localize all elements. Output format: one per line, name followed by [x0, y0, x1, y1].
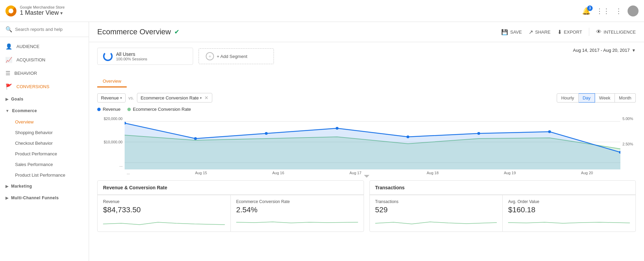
stats-cards-transactions: Transactions 529 Avg. Order Value $160.1…	[370, 195, 636, 232]
y-label-top: $20,000.00	[97, 117, 123, 121]
multichannel-expand-icon: ▶	[5, 196, 9, 200]
date-range-bar: Aug 14, 2017 - Aug 20, 2017 ▼	[573, 48, 636, 53]
sidebar-item-shopping-behavior[interactable]: Shopping Behavior	[15, 127, 89, 138]
stat-conversion-rate-value: 2.54%	[236, 205, 358, 214]
stat-avg-order-label: Avg. Order Value	[508, 199, 630, 204]
y-label-bottom: ...	[97, 163, 123, 167]
notification-button[interactable]: 🔔 3	[582, 7, 591, 15]
search-input[interactable]	[15, 27, 83, 32]
sidebar-nav-section: 👤 AUDIENCE 📈 ACQUISITION ☰ BEHAVIOR 🚩 CO…	[0, 37, 89, 206]
x-label-1: Aug 15	[195, 171, 207, 175]
time-btn-month[interactable]: Month	[615, 93, 636, 103]
add-segment-button[interactable]: + + Add Segment	[199, 48, 274, 64]
stats-group-transactions-header: Transactions	[370, 181, 636, 195]
stat-conversion-rate-sparkline	[236, 217, 358, 227]
avatar[interactable]	[628, 5, 639, 16]
date-range-selector[interactable]: Aug 14, 2017 - Aug 20, 2017 ▼	[573, 48, 636, 53]
stats-group-revenue: Revenue & Conversion Rate Revenue $84,73…	[97, 180, 364, 232]
save-icon: 💾	[501, 29, 508, 35]
sidebar-item-checkout-behavior[interactable]: Checkout Behavior	[15, 138, 89, 149]
legend-revenue: Revenue	[97, 107, 121, 112]
apps-icon[interactable]: ⋮⋮	[596, 7, 610, 15]
add-segment-circle: +	[206, 52, 214, 60]
x-label-6: Aug 20	[581, 171, 593, 175]
account-view[interactable]: 1 Master View ▾	[20, 9, 65, 16]
metric1-label: Revenue	[101, 95, 119, 100]
sidebar-item-sales-performance[interactable]: Sales Performance	[15, 159, 89, 170]
stat-revenue-value: $84,733.50	[103, 205, 225, 214]
stat-avg-order-value: $160.18	[508, 205, 630, 214]
time-btn-hourly[interactable]: Hourly	[557, 93, 579, 103]
sidebar-ecommerce-header[interactable]: ▼ Ecommerce	[0, 105, 89, 117]
svg-point-9	[406, 135, 409, 138]
content-body: All Users 100.00% Sessions + + Add Segme…	[89, 42, 644, 237]
sidebar-item-product-performance[interactable]: Product Performance	[15, 149, 89, 159]
ecommerce-sub-section: Overview Shopping Behavior Checkout Beha…	[0, 117, 89, 180]
stats-cards-revenue: Revenue $84,733.50 Ecommerce Conversion …	[98, 195, 364, 232]
x-axis-labels: ... Aug 15 Aug 16 Aug 17 Aug 18 Aug 19 A…	[97, 169, 636, 175]
export-label: EXPORT	[564, 29, 582, 35]
ga-logo	[5, 5, 16, 16]
acquisition-icon: 📈	[5, 57, 12, 63]
svg-point-10	[477, 132, 480, 135]
intelligence-button[interactable]: 👁 INTELLIGENCE	[596, 29, 636, 35]
y-axis-left: $20,000.00 $10,000.00 ...	[97, 115, 125, 169]
sidebar-item-conversions[interactable]: 🚩 CONVERSIONS	[0, 80, 89, 93]
sparkline-transactions-svg	[375, 217, 497, 227]
verified-icon: ✔	[174, 28, 179, 36]
x-label-2: Aug 16	[272, 171, 284, 175]
page-title: Ecommerce Overview	[97, 27, 171, 36]
search-icon: 🔍	[5, 26, 12, 33]
metric2-select[interactable]: Ecommerce Conversion Rate ▾ ✕	[137, 93, 213, 103]
stat-transactions-value: 529	[375, 205, 497, 214]
sidebar-multichannel-header[interactable]: ▶ Multi-Channel Funnels	[0, 192, 89, 204]
chart-controls: Revenue ▾ vs. Ecommerce Conversion Rate …	[97, 93, 636, 103]
stat-card-conversion-rate: Ecommerce Conversion Rate 2.54%	[231, 195, 364, 232]
time-btn-week[interactable]: Week	[595, 93, 615, 103]
conversions-label: CONVERSIONS	[16, 84, 49, 89]
legend-revenue-dot	[97, 108, 101, 111]
tab-overview[interactable]: Overview	[97, 76, 127, 87]
scroll-triangle-icon	[364, 175, 369, 178]
share-button[interactable]: ↗ SHARE	[529, 29, 551, 35]
sidebar-item-overview[interactable]: Overview	[15, 117, 89, 127]
chart-svg-container	[125, 115, 620, 169]
audience-icon: 👤	[5, 43, 12, 50]
y-label-right-mid: 2.50%	[622, 142, 636, 146]
view-dropdown-arrow: ▾	[60, 10, 63, 16]
top-bar: Google Merchandise Store 1 Master View ▾…	[0, 0, 644, 22]
svg-point-7	[265, 132, 268, 135]
stat-conversion-rate-label: Ecommerce Conversion Rate	[236, 199, 358, 204]
time-btn-day[interactable]: Day	[579, 93, 595, 103]
stat-revenue-label: Revenue	[103, 199, 225, 204]
multichannel-label: Multi-Channel Funnels	[11, 195, 59, 200]
segment-spinner	[103, 51, 113, 61]
all-users-segment[interactable]: All Users 100.00% Sessions	[97, 48, 193, 65]
sidebar-item-acquisition[interactable]: 📈 ACQUISITION	[0, 53, 89, 67]
export-button[interactable]: ⬇ EXPORT	[557, 29, 582, 35]
sidebar-item-product-list-performance[interactable]: Product List Performance	[15, 170, 89, 180]
sidebar-goals-header[interactable]: ▶ Goals	[0, 93, 89, 105]
sidebar-item-behavior[interactable]: ☰ BEHAVIOR	[0, 67, 89, 80]
metric2-arrow-icon: ▾	[200, 96, 202, 100]
account-info: Google Merchandise Store 1 Master View ▾	[20, 5, 65, 16]
intelligence-icon: 👁	[596, 29, 602, 35]
metric2-close-icon[interactable]: ✕	[204, 95, 209, 100]
sidebar-search-bar: 🔍	[0, 22, 89, 37]
sidebar-marketing-header[interactable]: ▶ Marketing	[0, 180, 89, 192]
sidebar-item-audience[interactable]: 👤 AUDIENCE	[0, 40, 89, 53]
behavior-icon: ☰	[5, 70, 10, 76]
more-options-icon[interactable]: ⋮	[615, 7, 622, 15]
svg-point-8	[336, 127, 338, 130]
save-button[interactable]: 💾 SAVE	[501, 29, 522, 35]
chart-legend: Revenue Ecommerce Conversion Rate	[97, 107, 636, 112]
metric1-select[interactable]: Revenue ▾	[97, 93, 126, 103]
stat-transactions-label: Transactions	[375, 199, 497, 204]
export-icon: ⬇	[557, 29, 562, 35]
marketing-expand-icon: ▶	[5, 184, 9, 189]
stat-card-revenue: Revenue $84,733.50	[98, 195, 231, 232]
main-layout: 🔍 👤 AUDIENCE 📈 ACQUISITION ☰ BEHAVIOR 🚩 …	[0, 22, 644, 261]
legend-conversion: Ecommerce Conversion Rate	[127, 107, 191, 112]
svg-point-6	[194, 137, 197, 140]
share-label: SHARE	[535, 29, 551, 35]
